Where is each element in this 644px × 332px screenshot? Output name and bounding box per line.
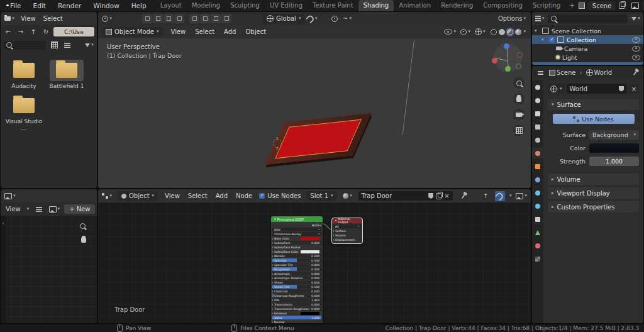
gizmo-y-axis[interactable] <box>505 66 511 72</box>
tool-settings-toggle-icon[interactable] <box>200 14 210 23</box>
distribution-dropdown[interactable]: GGX ▾ <box>272 228 321 231</box>
options-dropdown[interactable]: Options ▾ <box>498 14 526 24</box>
properties-tab-constraints[interactable] <box>532 216 543 223</box>
outliner-row-scene-collection[interactable]: ▾Scene Collection <box>532 26 643 35</box>
shading-rendered-icon[interactable] <box>515 29 521 35</box>
workspace-tab-modeling[interactable]: Modeling <box>187 0 226 11</box>
strength-field[interactable]: 1.000 <box>589 157 639 166</box>
shader-type-dropdown[interactable]: Object ▾ <box>118 191 158 201</box>
image-browse-button[interactable]: ▾ <box>49 204 59 214</box>
gizmo-y-axis-neg[interactable] <box>516 64 521 69</box>
editor-type-shader[interactable]: ▾ <box>102 191 112 201</box>
viewport-menu-view[interactable]: View <box>170 28 187 35</box>
unlink-world-button[interactable]: × <box>629 84 639 94</box>
show-gizmo-button[interactable]: ▾ <box>460 27 470 37</box>
workspace-tab-sculpting[interactable]: Sculpting <box>225 0 265 11</box>
properties-tab-object-data[interactable] <box>532 229 543 236</box>
outliner-row-collection[interactable]: ▾✓Collection <box>532 35 643 44</box>
subsurface-method-dropdown[interactable]: Christensen-Burley ▾ <box>272 232 321 236</box>
properties-tab-scene[interactable] <box>532 136 543 143</box>
editor-type-file-browser[interactable]: ▾ <box>4 14 14 24</box>
mode-dropdown[interactable]: Object Mode ▾ <box>102 27 163 37</box>
node-input-sheen[interactable]: Sheen0.000 <box>272 280 321 284</box>
shader-menu-add[interactable]: Add <box>214 192 229 199</box>
new-scene-icon[interactable] <box>619 3 625 9</box>
fake-user-shield-icon[interactable] <box>619 86 624 92</box>
editor-type-properties[interactable] <box>535 68 545 78</box>
node-input-anisotropic-rotation[interactable]: Anisotropic Rotation0.000 <box>272 276 321 280</box>
tool-settings-toggle-icon[interactable] <box>164 14 174 23</box>
show-overlays-button[interactable]: ▾ <box>475 27 486 37</box>
trapdoor-object[interactable] <box>265 113 371 165</box>
fake-user-shield-icon[interactable] <box>428 193 433 199</box>
shader-overlays-button[interactable]: ▾ <box>516 191 527 201</box>
tool-settings-toggle-icon[interactable] <box>189 14 199 23</box>
properties-tab-material[interactable] <box>532 242 543 249</box>
node-collapse-icon[interactable]: ▾ <box>335 219 336 222</box>
output-input-displacement[interactable]: Displacement <box>333 238 361 241</box>
sidebar-collapse-strip[interactable]: ‹ <box>1 216 6 323</box>
add-workspace-button[interactable]: + <box>565 0 578 11</box>
proportional-falloff-button[interactable]: ~ ▾ <box>342 14 352 24</box>
gizmo-x-axis-neg[interactable] <box>517 52 523 58</box>
browse-world-button[interactable]: ▾ <box>548 84 565 94</box>
shader-menu-select[interactable]: Select <box>187 192 209 199</box>
menu-window[interactable]: Window <box>92 2 120 9</box>
eye-visibility-icon[interactable] <box>632 37 640 43</box>
node-canvas[interactable]: ▾ Principled BSDF BSDF GGX ▾ Christensen… <box>98 202 531 323</box>
viewport-canvas[interactable]: User Perspective (1) Collection | Trap D… <box>98 38 531 188</box>
display-mode-thumbnails-icon[interactable] <box>49 40 59 50</box>
world-color-swatch[interactable] <box>589 143 639 153</box>
node-input-subsurface-color[interactable]: Subsurface Color <box>272 250 321 253</box>
bsdf-to-output-link[interactable] <box>323 224 332 230</box>
parent-node-tree-button[interactable]: ↑ <box>480 191 491 201</box>
object-visibility-button[interactable]: ▾ <box>444 27 456 37</box>
properties-tab-object[interactable] <box>532 163 543 170</box>
node-input-clearcoat-roughness[interactable]: Clearcoat Roughness0.030 <box>272 294 321 297</box>
outliner-filter-button[interactable]: ▾ <box>631 14 641 24</box>
use-nodes-button[interactable]: Use Nodes <box>553 114 635 124</box>
node-input-transmission-roughness[interactable]: Transmission Roughness0.000 <box>272 307 321 311</box>
world-name-field[interactable]: World <box>567 84 627 94</box>
camera-view-icon[interactable] <box>513 109 525 120</box>
node-input-alpha[interactable]: Alpha1.000 <box>272 316 321 319</box>
node-snapping-button[interactable] <box>495 191 505 201</box>
refresh-button[interactable]: ↻ <box>41 27 51 37</box>
outliner-search-input[interactable] <box>548 14 628 23</box>
editor-type-outliner[interactable]: ▾ <box>535 14 545 24</box>
node-input-anisotropic[interactable]: Anisotropic0.000 <box>272 272 321 275</box>
node-principled-bsdf[interactable]: ▾ Principled BSDF BSDF GGX ▾ Christensen… <box>271 216 323 324</box>
properties-tab-world[interactable] <box>532 150 543 157</box>
workspace-tab-animation[interactable]: Animation <box>394 0 436 11</box>
breadcrumb-scene[interactable]: Scene <box>549 68 576 78</box>
properties-tab-output[interactable] <box>532 110 543 117</box>
file-path-field[interactable]: C:\Use <box>53 27 94 36</box>
copy-material-icon[interactable] <box>436 193 441 199</box>
workspace-tab-shading[interactable]: Shading <box>358 0 394 11</box>
node-collapse-icon[interactable]: ▾ <box>274 218 276 221</box>
properties-tab-render[interactable] <box>532 97 543 104</box>
file-menu-select[interactable]: Select <box>42 15 64 22</box>
filter-settings-button[interactable]: ▾ <box>84 40 94 50</box>
pin-material-button[interactable] <box>458 191 469 201</box>
scene-selector[interactable]: Scene <box>588 1 616 10</box>
node-material-output[interactable]: ▾ Material Output All ▾ Surface Volume <box>332 218 362 243</box>
editor-type-image[interactable]: ▾ <box>4 191 16 201</box>
color-swatch[interactable] <box>301 312 319 315</box>
transform-orientation-dropdown[interactable]: Global ▾ <box>263 14 304 24</box>
viewport-menu-add[interactable]: Add <box>223 28 237 35</box>
tool-settings-toggle-icon[interactable] <box>221 14 231 23</box>
eye-visibility-icon[interactable] <box>632 55 640 60</box>
shading-material-icon[interactable] <box>507 29 513 35</box>
properties-tab-texture[interactable] <box>532 255 543 262</box>
output-target-dropdown[interactable]: All ▾ <box>333 224 361 228</box>
workspace-tab-uv-editing[interactable]: UV Editing <box>265 0 308 11</box>
gizmo-z-axis[interactable] <box>504 43 509 49</box>
image-menu-view[interactable]: View <box>4 206 22 213</box>
new-image-button[interactable]: + New <box>64 204 95 214</box>
breadcrumb-world[interactable]: World <box>586 68 613 78</box>
workspace-tab-rendering[interactable]: Rendering <box>436 0 478 11</box>
zoom-icon[interactable] <box>513 77 525 89</box>
menu-edit[interactable]: Edit <box>32 2 47 9</box>
menu-render[interactable]: Render <box>57 2 82 9</box>
